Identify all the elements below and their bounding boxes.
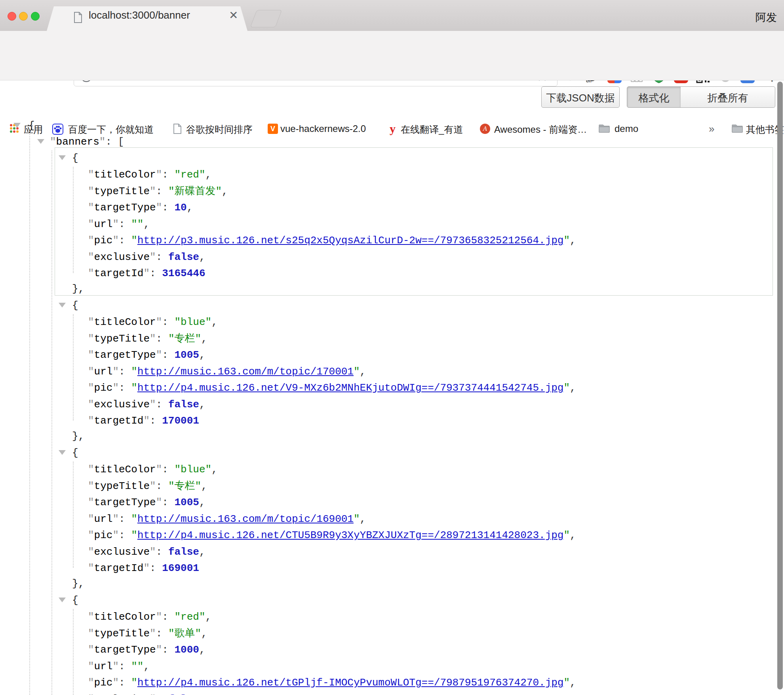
json-object-open: { (72, 445, 78, 461)
json-field-typeTitle: "typeTitle": "歌单", (88, 625, 207, 642)
json-url-link[interactable]: http://p4.music.126.net/tGPljf-IMOCyPvum… (137, 677, 564, 689)
new-tab-button[interactable] (250, 10, 282, 27)
json-field-targetType: "targetType": 1005, (88, 347, 206, 363)
json-field-pic: "pic": "http://p3.music.126.net/s25q2x5Q… (88, 232, 576, 249)
json-url-link[interactable]: http://p4.music.126.net/V9-MXz6b2MNhEKju… (137, 382, 564, 394)
json-viewer: {"banners": [{"titleColor": "red","typeT… (0, 80, 784, 695)
json-field-titleColor: "titleColor": "red", (88, 609, 211, 625)
json-url-link[interactable]: http://p3.music.126.net/s25q2x5QyqsAzilC… (137, 235, 564, 246)
tab-close-icon[interactable]: ✕ (229, 9, 238, 22)
json-field-targetType: "targetType": 10, (88, 199, 193, 216)
json-object-close: }, (72, 575, 84, 592)
collapse-toggle-icon[interactable] (59, 303, 66, 307)
json-field-titleColor: "titleColor": "blue", (88, 314, 218, 330)
json-url-link[interactable]: http://music.163.com/m/topic/169001 (137, 513, 354, 525)
bookmarks-bar: 应用百度一下，你就知道谷歌按时间排序Vvue-hackernews-2.0y在线… (0, 59, 784, 80)
collapse-toggle-icon[interactable] (13, 123, 21, 128)
json-object-close: }, (72, 428, 84, 445)
indent-guide-line (73, 462, 74, 568)
profile-name[interactable]: 阿发 (755, 10, 777, 25)
indent-guide-line (73, 314, 74, 420)
json-field-pic: "pic": "http://p4.music.126.net/V9-MXz6b… (88, 380, 576, 396)
indent-guide-line (51, 151, 52, 695)
json-field-titleColor: "titleColor": "blue", (88, 461, 218, 478)
json-field-titleColor: "titleColor": "red", (88, 166, 211, 183)
json-object-open: { (72, 592, 78, 609)
json-field-exclusive: "exclusive": false, (88, 396, 206, 413)
json-root-open: { (29, 117, 35, 134)
window-minimize-button[interactable] (19, 12, 28, 21)
json-object-close: }, (72, 281, 84, 297)
json-field-targetType: "targetType": 1005, (88, 494, 206, 511)
collapse-toggle-icon[interactable] (59, 450, 66, 455)
browser-toolbar: ← → ↻ i localhost:3000/banner ☆ 英enFET ⋮ (0, 31, 784, 60)
json-object-open: { (72, 150, 78, 166)
json-object-open: { (72, 297, 78, 314)
json-field-url: "url": "http://music.163.com/m/topic/169… (88, 511, 366, 527)
tab-title: localhost:3000/banner (89, 9, 190, 21)
json-field-typeTitle: "typeTitle": "专栏", (88, 330, 207, 347)
collapse-toggle-icon[interactable] (37, 139, 44, 144)
json-field-exclusive: "exclusive": false, (88, 544, 206, 560)
json-field-url: "url": "", (88, 658, 150, 675)
collapse-toggle-icon[interactable] (59, 155, 66, 160)
collapse-toggle-icon[interactable] (59, 598, 66, 602)
json-field-targetId: "targetId": 3165446 (88, 265, 205, 282)
tab-strip: localhost:3000/banner ✕ 阿发 (0, 0, 784, 31)
json-field-pic: "pic": "http://p4.music.126.net/tGPljf-I… (88, 674, 576, 691)
window-zoom-button[interactable] (31, 12, 40, 21)
json-key-banners: "banners": [ (50, 134, 124, 150)
json-field-targetId: "targetId": 170001 (88, 412, 199, 429)
json-field-typeTitle: "typeTitle": "专栏", (88, 478, 207, 495)
json-field-targetId: "targetId": 169001 (88, 560, 199, 577)
window-close-button[interactable] (8, 12, 16, 21)
page-favicon-icon (74, 12, 82, 25)
json-url-link[interactable]: http://p4.music.126.net/CTU5B9R9y3XyYBZX… (137, 529, 564, 541)
json-field-url: "url": "http://music.163.com/m/topic/170… (88, 363, 366, 380)
json-field-pic: "pic": "http://p4.music.126.net/CTU5B9R9… (88, 527, 576, 544)
json-field-url: "url": "", (88, 216, 150, 233)
json-field-targetType: "targetType": 1000, (88, 642, 206, 658)
indent-guide-line (73, 167, 74, 273)
json-field-typeTitle: "typeTitle": "新碟首发", (88, 183, 228, 200)
json-field-exclusive: "exclusive": false, (88, 249, 206, 265)
indent-guide-line (29, 134, 30, 695)
scrollbar-thumb[interactable] (777, 82, 783, 689)
indent-guide-line (73, 609, 74, 695)
json-field-exclusive: "exclusive": false, (88, 691, 206, 695)
json-url-link[interactable]: http://music.163.com/m/topic/170001 (137, 366, 354, 378)
